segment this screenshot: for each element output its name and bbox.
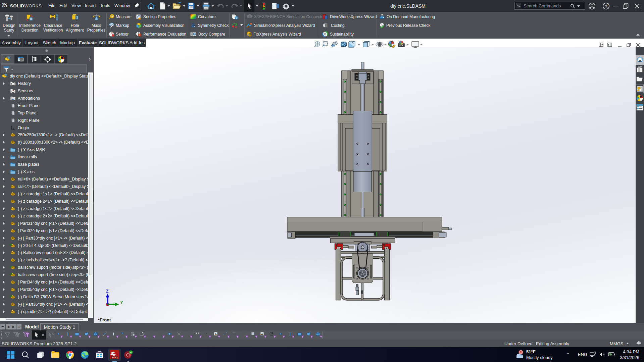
svg-text:0.3: 0.3 bbox=[198, 333, 199, 334]
svg-text:A: A bbox=[261, 332, 263, 335]
svg-text:?: ? bbox=[605, 4, 607, 9]
svg-text:2: 2 bbox=[520, 351, 522, 354]
svg-text:N: N bbox=[206, 332, 207, 334]
svg-text:2025: 2025 bbox=[111, 356, 117, 359]
svg-text:?: ? bbox=[236, 17, 237, 19]
svg-text:Z: Z bbox=[106, 289, 108, 294]
svg-text:Y: Y bbox=[120, 300, 123, 305]
svg-text:A: A bbox=[215, 332, 217, 336]
